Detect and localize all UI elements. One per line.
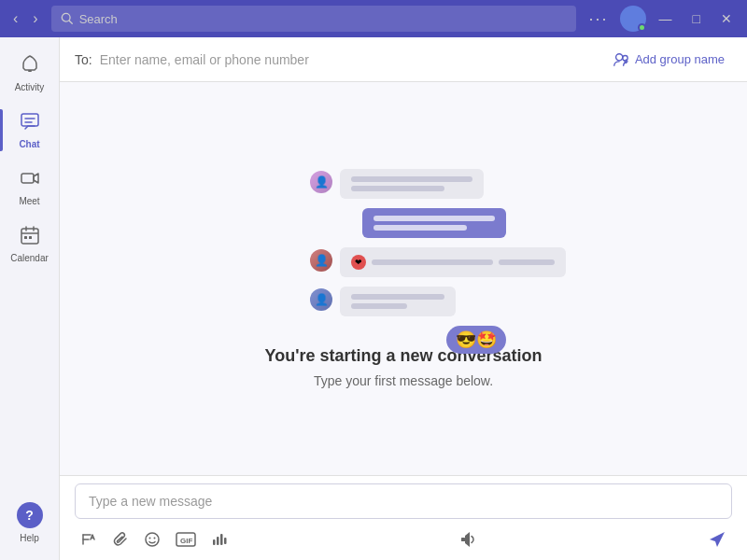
speaker-icon bbox=[459, 531, 476, 548]
app-body: Activity Chat Meet bbox=[0, 37, 747, 560]
recipient-input[interactable] bbox=[100, 52, 598, 67]
minimize-button[interactable]: — bbox=[652, 9, 680, 28]
svg-point-22 bbox=[149, 538, 151, 539]
chat-illustration: 👤 👤 bbox=[291, 169, 515, 346]
svg-rect-29 bbox=[224, 538, 227, 544]
forward-button[interactable]: › bbox=[27, 8, 43, 29]
svg-rect-27 bbox=[217, 537, 219, 545]
calendar-label: Calendar bbox=[10, 253, 49, 263]
format-button[interactable] bbox=[75, 527, 103, 552]
sidebar-item-help[interactable]: ? Help bbox=[11, 493, 49, 553]
online-indicator bbox=[638, 23, 646, 32]
svg-rect-2 bbox=[28, 70, 32, 72]
main-content: To: Add group name 👤 bbox=[60, 37, 747, 560]
close-button[interactable]: ✕ bbox=[713, 9, 740, 28]
meet-label: Meet bbox=[19, 196, 39, 206]
svg-rect-6 bbox=[21, 174, 34, 183]
emoji-icon bbox=[144, 531, 161, 548]
search-input[interactable] bbox=[79, 12, 567, 26]
svg-rect-26 bbox=[213, 539, 216, 545]
meet-icon bbox=[20, 168, 40, 193]
search-icon bbox=[61, 12, 74, 25]
svg-rect-28 bbox=[220, 534, 223, 545]
send-button[interactable] bbox=[702, 526, 732, 553]
svg-point-14 bbox=[623, 55, 627, 60]
to-label: To: bbox=[75, 52, 92, 67]
svg-point-21 bbox=[146, 533, 159, 546]
emoji-response: 😎🤩 bbox=[446, 326, 506, 354]
attach-button[interactable] bbox=[106, 527, 134, 552]
svg-rect-11 bbox=[24, 236, 27, 239]
activity-label: Activity bbox=[15, 82, 45, 92]
gif-icon: GIF bbox=[176, 531, 196, 548]
sidebar-item-activity[interactable]: Activity bbox=[0, 45, 59, 102]
avatar-2: 👤 bbox=[310, 249, 332, 272]
audio-icon bbox=[211, 531, 228, 548]
sidebar-bottom: ? Help bbox=[11, 493, 49, 553]
back-button[interactable]: ‹ bbox=[7, 8, 23, 29]
add-group-label: Add group name bbox=[635, 52, 725, 66]
message-toolbar: GIF bbox=[75, 526, 732, 553]
avatar-3: 👤 bbox=[310, 288, 332, 311]
message-input-area: Type a new message bbox=[60, 475, 747, 560]
format-icon bbox=[80, 531, 97, 548]
sidebar-item-meet[interactable]: Meet bbox=[0, 159, 59, 216]
bubble-4 bbox=[340, 287, 456, 316]
conversation-area: 👤 👤 bbox=[60, 82, 747, 475]
svg-rect-3 bbox=[21, 114, 38, 126]
avatar[interactable] bbox=[620, 6, 646, 32]
chat-icon bbox=[20, 111, 40, 136]
message-placeholder[interactable]: Type a new message bbox=[75, 483, 732, 519]
to-bar: To: Add group name bbox=[60, 37, 747, 82]
maximize-button[interactable]: □ bbox=[685, 9, 708, 28]
activity-icon bbox=[20, 54, 40, 79]
help-icon: ? bbox=[17, 502, 43, 528]
emoji-button[interactable] bbox=[138, 527, 166, 552]
avatar-1: 👤 bbox=[310, 171, 332, 193]
bubble-3: ❤ bbox=[340, 247, 566, 277]
svg-rect-30 bbox=[461, 538, 465, 541]
more-options-button[interactable]: ··· bbox=[584, 7, 614, 31]
sidebar-item-calendar[interactable]: Calendar bbox=[0, 216, 59, 273]
bubble-2 bbox=[362, 208, 506, 238]
add-group-button[interactable]: Add group name bbox=[605, 48, 732, 72]
nav-buttons: ‹ › bbox=[7, 8, 44, 29]
title-bar-actions: ··· — □ ✕ bbox=[584, 6, 740, 32]
audio-button[interactable] bbox=[205, 527, 233, 552]
help-label: Help bbox=[20, 533, 39, 543]
title-bar: ‹ › ··· — □ ✕ bbox=[0, 0, 747, 37]
svg-line-1 bbox=[69, 21, 72, 23]
svg-text:GIF: GIF bbox=[180, 537, 192, 545]
svg-point-23 bbox=[154, 538, 156, 539]
sidebar: Activity Chat Meet bbox=[0, 37, 60, 560]
speaker-button[interactable] bbox=[454, 527, 482, 552]
send-icon bbox=[708, 530, 726, 549]
sidebar-item-chat[interactable]: Chat bbox=[0, 102, 59, 159]
bubble-1 bbox=[340, 169, 484, 199]
conversation-subtitle: Type your first message below. bbox=[314, 373, 493, 388]
add-group-icon bbox=[613, 51, 629, 68]
chat-label: Chat bbox=[19, 139, 39, 149]
attach-icon bbox=[112, 531, 129, 548]
svg-rect-12 bbox=[29, 236, 32, 239]
svg-point-13 bbox=[615, 53, 622, 60]
gif-button[interactable]: GIF bbox=[170, 527, 202, 552]
calendar-icon bbox=[20, 225, 40, 250]
search-bar[interactable] bbox=[51, 6, 576, 32]
